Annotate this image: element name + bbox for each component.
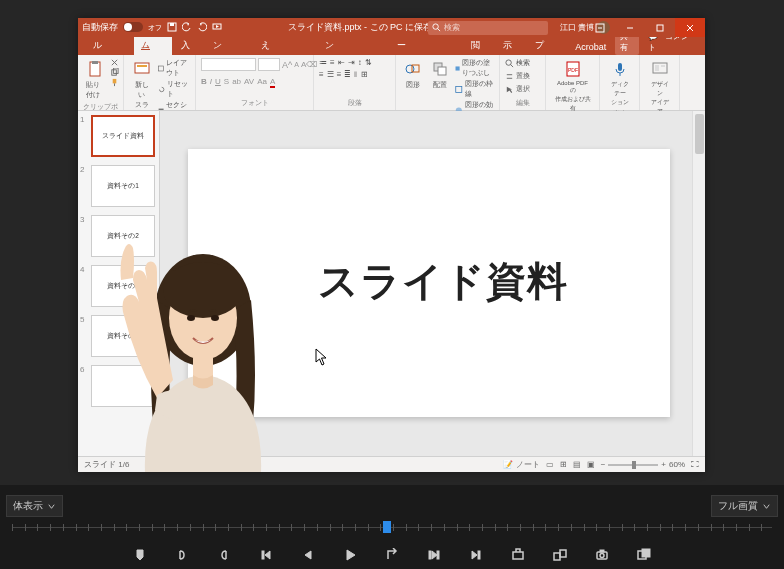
notes-button[interactable]: 📝 ノート (503, 459, 539, 470)
slide-canvas[interactable]: スライド資料 (160, 111, 705, 456)
text-direction-button[interactable]: ⇅ (365, 58, 372, 67)
copy-button[interactable] (110, 68, 119, 77)
font-family-select[interactable] (201, 58, 256, 71)
play-button[interactable] (342, 547, 358, 563)
mouse-cursor (315, 348, 329, 370)
slide-title-text[interactable]: スライド資料 (318, 254, 568, 309)
titlebar: 自動保存 オフ スライド資料.pptx - この PC に保存済み 検索 江口 … (78, 18, 705, 37)
redo-icon[interactable] (197, 22, 207, 34)
view-slideshow-button[interactable]: ▣ (587, 460, 595, 469)
go-to-out-button[interactable] (468, 547, 484, 563)
find-button[interactable]: 検索 (505, 58, 530, 68)
editor-bottom-toolbar: 体表示 フル画質 (0, 493, 784, 519)
align-center-button[interactable]: ☰ (327, 70, 334, 80)
timeline[interactable] (0, 521, 784, 537)
line-spacing-button[interactable]: ↕ (358, 58, 362, 67)
insert-button[interactable] (510, 547, 526, 563)
thumbnail-2[interactable]: 2資料その1 (78, 161, 159, 211)
bullets-button[interactable]: ≔ (319, 58, 327, 67)
view-reading-button[interactable]: ▤ (573, 460, 581, 469)
font-color-button[interactable]: A (270, 77, 275, 88)
step-back-button[interactable] (300, 547, 316, 563)
shape-fill-button[interactable]: 図形の塗りつぶし (455, 58, 494, 78)
grow-font-button[interactable]: A^ (282, 60, 292, 70)
bold-button[interactable]: B (201, 77, 207, 88)
spacing-button[interactable]: AV (244, 77, 254, 88)
out-point-button[interactable] (216, 547, 232, 563)
vertical-scrollbar[interactable] (692, 111, 705, 456)
shape-outline-button[interactable]: 図形の枠線 (455, 79, 494, 99)
scrollbar-thumb[interactable] (695, 114, 704, 154)
ribbon-options-button[interactable] (585, 18, 615, 37)
italic-button[interactable]: I (210, 77, 212, 88)
safe-margins-button[interactable] (636, 547, 652, 563)
thumbnail-4[interactable]: 4資料その3 (78, 261, 159, 311)
go-to-in-button[interactable] (258, 547, 274, 563)
design-ideas-button[interactable]: デザイン アイデア (645, 58, 674, 118)
ribbon: 貼り付け クリップボード 新しい スライド レイアウト リセット セクション ス… (78, 55, 705, 111)
maximize-button[interactable] (645, 18, 675, 37)
tab-acrobat[interactable]: Acrobat (568, 39, 613, 55)
numbering-button[interactable]: ≡ (330, 58, 335, 67)
svg-point-1 (124, 23, 132, 31)
chevron-down-icon (762, 502, 771, 511)
view-normal-button[interactable]: ▭ (546, 460, 554, 469)
align-left-button[interactable]: ≡ (319, 70, 324, 80)
ribbon-clipboard: 貼り付け クリップボード (78, 55, 124, 110)
underline-button[interactable]: U (215, 77, 221, 88)
slide-counter[interactable]: スライド 1/6 (84, 459, 129, 470)
right-dropdown[interactable]: フル画質 (711, 495, 778, 517)
svg-rect-27 (456, 66, 460, 70)
in-point-button[interactable] (174, 547, 190, 563)
shapes-button[interactable]: 図形 (401, 58, 425, 92)
paste-button[interactable]: 貼り付け (83, 58, 107, 102)
slide-page[interactable]: スライド資料 (188, 149, 670, 417)
cut-button[interactable] (110, 58, 119, 67)
font-size-select[interactable] (258, 58, 280, 71)
minimize-button[interactable] (615, 18, 645, 37)
step-forward-button[interactable] (384, 547, 400, 563)
thumbnail-1[interactable]: 1スライド資料 (78, 111, 159, 161)
thumbnail-6[interactable]: 6 (78, 361, 159, 411)
shrink-font-button[interactable]: A (294, 61, 299, 68)
justify-button[interactable]: ≣ (344, 70, 351, 80)
left-dropdown[interactable]: 体表示 (6, 495, 63, 517)
align-right-button[interactable]: ≡ (337, 70, 342, 80)
thumbnail-5[interactable]: 5資料その4 (78, 311, 159, 361)
svg-rect-26 (438, 67, 446, 75)
export-frame-button[interactable] (594, 547, 610, 563)
svg-rect-36 (655, 65, 659, 71)
play-in-out-button[interactable] (426, 547, 442, 563)
columns-button[interactable]: ⫴ (354, 70, 358, 80)
search-box[interactable]: 検索 (428, 21, 548, 35)
view-sorter-button[interactable]: ⊞ (560, 460, 567, 469)
select-button[interactable]: 選択 (505, 84, 530, 94)
language-status[interactable]: 日本語 (137, 459, 161, 470)
overwrite-button[interactable] (552, 547, 568, 563)
indent-dec-button[interactable]: ⇤ (338, 58, 345, 67)
strike-button[interactable]: S (224, 77, 229, 88)
replace-button[interactable]: 置換 (505, 71, 530, 81)
smartart-button[interactable]: ⊞ (361, 70, 368, 80)
format-painter-button[interactable] (110, 78, 119, 87)
close-button[interactable] (675, 18, 705, 37)
create-pdf-button[interactable]: PDFAdobe PDF の 作成および共有 (551, 58, 594, 115)
svg-rect-13 (92, 61, 98, 64)
ribbon-slides: 新しい スライド レイアウト リセット セクション スライド (124, 55, 196, 110)
dictate-button[interactable]: ディクテー ション (605, 58, 634, 109)
save-icon[interactable] (167, 22, 177, 34)
layout-button[interactable]: レイアウト (158, 58, 190, 78)
marker-button[interactable] (132, 547, 148, 563)
reset-button[interactable]: リセット (158, 79, 190, 99)
thumbnail-3[interactable]: 3資料その2 (78, 211, 159, 261)
zoom-slider[interactable]: −+60% (601, 460, 685, 469)
undo-icon[interactable] (182, 22, 192, 34)
playhead[interactable] (383, 521, 391, 533)
indent-inc-button[interactable]: ⇥ (348, 58, 355, 67)
shadow-button[interactable]: ab (232, 77, 241, 88)
case-button[interactable]: Aa (257, 77, 267, 88)
fit-window-button[interactable]: ⛶ (691, 460, 699, 469)
arrange-button[interactable]: 配置 (428, 58, 452, 92)
start-show-icon[interactable] (212, 22, 222, 34)
autosave-toggle[interactable] (123, 22, 143, 34)
